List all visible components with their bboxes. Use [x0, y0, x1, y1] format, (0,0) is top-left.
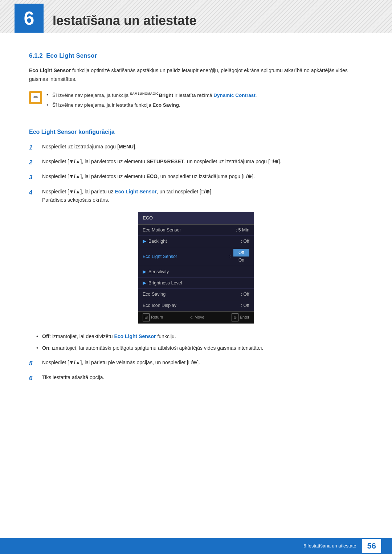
step-text-2: Nospiediet [▼/▲], lai pārvietotos uz ele… — [42, 157, 363, 166]
arrow-icon: ▶ — [143, 238, 146, 245]
footer-text: 6 Iestatīšana un atiestate — [303, 542, 356, 550]
bullet-on: On: izmantojiet, lai automātiski pielāgo… — [36, 344, 363, 353]
note-icon-inner: ✏ — [31, 93, 40, 102]
step-number-1: 1 — [29, 143, 37, 152]
bullet-off: Off: izmantojiet, lai deaktivizētu Eco L… — [36, 332, 363, 341]
chapter-box: 6 — [15, 4, 44, 33]
eco-menu: ECO Eco Motion Sensor : 5 Min ▶ Backligh… — [138, 212, 254, 324]
sub-section-heading: Eco Light Sensor konfigurācija — [29, 127, 363, 137]
eco-menu-footer: ⊞ Return ◇ Move ⊕ Enter — [138, 311, 254, 323]
dropdown-options: Off On — [233, 249, 249, 264]
step-1: 1 Nospiediet uz izstrādājuma pogu [MENU]… — [29, 143, 363, 152]
enter-label: Enter — [240, 314, 249, 321]
step-3: 3 Nospiediet [▼/▲], lai pārvietotos uz e… — [29, 172, 363, 182]
step-text-3: Nospiediet [▼/▲], lai pārvietotos uz ele… — [42, 172, 363, 181]
note-item-1: Šī izvēlne nav pieejama, ja funkcija SAM… — [46, 91, 363, 99]
note-content: Šī izvēlne nav pieejama, ja funkcija SAM… — [46, 91, 363, 111]
footer-enter: ⊕ Enter — [232, 313, 249, 321]
footer-move: ◇ Move — [190, 314, 204, 321]
eco-menu-item-motion: Eco Motion Sensor : 5 Min — [138, 225, 254, 236]
chapter-title: Iestatīšana un atiestate — [53, 10, 196, 31]
note-icon: ✏ — [29, 91, 42, 104]
option-on: On — [233, 257, 249, 264]
intro-text: Eco Light Sensor funkcija optimizē skatī… — [29, 66, 363, 84]
step-4: 4 Nospiediet [▼/▲], lai pārietu uz Eco L… — [29, 188, 363, 205]
step-text-1: Nospiediet uz izstrādājuma pogu [MENU]. — [42, 143, 363, 151]
menu-screenshot: ECO Eco Motion Sensor : 5 Min ▶ Backligh… — [29, 212, 363, 324]
step-number-2: 2 — [29, 157, 37, 167]
step-number-4: 4 — [29, 188, 37, 197]
step-number-6: 6 — [29, 373, 37, 383]
page-footer: 6 Iestatīšana un atiestate 56 — [0, 538, 392, 554]
arrow-icon-3: ▶ — [143, 279, 146, 287]
return-label: Return — [151, 314, 163, 321]
step-5: 5 Nospiediet [▼/▲], lai pārietu pie vēla… — [29, 358, 363, 368]
pencil-icon: ✏ — [33, 93, 38, 102]
note-box: ✏ Šī izvēlne nav pieejama, ja funkcija S… — [29, 91, 363, 111]
eco-menu-item-brightness: ▶ Brightness Level — [138, 278, 254, 289]
main-content: 6.1.2 Eco Light Sensor Eco Light Sensor … — [0, 40, 392, 417]
eco-menu-item-icon-display: Eco Icon Display : Off — [138, 300, 254, 311]
step-text-6: Tiks iestatīta atlasītā opcija. — [42, 373, 363, 382]
eco-menu-item-sensitivity: ▶ Sensitivity — [138, 266, 254, 278]
chapter-number: 6 — [24, 9, 34, 28]
step-text-4: Nospiediet [▼/▲], lai pārietu uz Eco Lig… — [42, 188, 363, 205]
section-heading: 6.1.2 Eco Light Sensor — [29, 51, 363, 61]
bullet-explanations: Off: izmantojiet, lai deaktivizētu Eco L… — [36, 332, 363, 353]
move-label: Move — [195, 314, 204, 321]
eco-menu-item-backlight: ▶ Backlight : Off — [138, 236, 254, 247]
step-text-5: Nospiediet [▼/▲], lai pārietu pie vēlamā… — [42, 358, 363, 367]
step-2: 2 Nospiediet [▼/▲], lai pārvietotos uz e… — [29, 157, 363, 167]
page-number: 56 — [362, 539, 381, 553]
note-item-2: Šī izvēlne nav pieejama, ja ir iestatīta… — [46, 101, 363, 109]
divider — [29, 120, 363, 120]
eco-menu-title: ECO — [138, 212, 254, 225]
footer-return: ⊞ Return — [143, 313, 163, 321]
step-6: 6 Tiks iestatīta atlasītā opcija. — [29, 373, 363, 383]
eco-menu-item-saving: Eco Saving : Off — [138, 289, 254, 300]
eco-menu-item-lightsensor: Eco Light Sensor : Off On — [138, 247, 254, 266]
arrow-icon-2: ▶ — [143, 268, 146, 275]
option-off: Off — [233, 249, 249, 257]
step-number-5: 5 — [29, 358, 37, 368]
step-number-3: 3 — [29, 172, 37, 182]
